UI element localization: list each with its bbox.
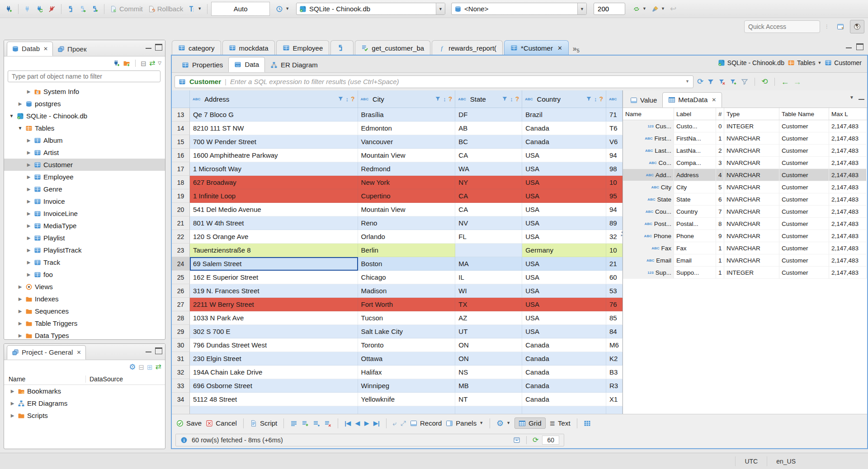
- tree-item-sequences[interactable]: ▶Sequences: [4, 305, 165, 317]
- tree-item-system-info[interactable]: ▶iSystem Info: [4, 85, 165, 98]
- expand-arrow-icon[interactable]: ▶: [26, 89, 32, 94]
- nav-back-icon[interactable]: ←: [781, 78, 789, 86]
- expand-arrow-icon[interactable]: ▶: [17, 296, 23, 301]
- tab-database-navigator[interactable]: Datab ✕: [7, 42, 53, 56]
- expand-arrow-icon[interactable]: ▶: [26, 211, 32, 216]
- nav-forward-icon[interactable]: →: [793, 78, 802, 86]
- metadata-row-city[interactable]: ABCCityCity5NVARCHARCustomer2,147,483: [623, 181, 867, 193]
- grid-cell[interactable]: Berlin: [358, 244, 456, 257]
- grid-cell[interactable]: UT: [455, 325, 522, 338]
- close-icon[interactable]: ✕: [43, 46, 48, 52]
- grid-cell[interactable]: Chicago: [358, 271, 456, 284]
- metadata-row-firstna-[interactable]: ABCFirst...FirstNa...1NVARCHARCustomer2,…: [623, 132, 867, 145]
- grid-cell[interactable]: [455, 244, 522, 257]
- sort-icon[interactable]: ↕: [346, 96, 349, 103]
- row-number[interactable]: 14: [172, 122, 190, 135]
- disconnect-button[interactable]: [47, 5, 57, 14]
- sort-icon[interactable]: ↕: [510, 96, 513, 103]
- perspective-dbeaver-button[interactable]: [850, 20, 864, 33]
- breadcrumb-connection[interactable]: SQLite - Chinook.db: [718, 59, 784, 66]
- grid-cell[interactable]: Canada: [522, 393, 606, 406]
- row-number[interactable]: 18: [172, 176, 190, 189]
- grid-cell[interactable]: CA: [455, 203, 522, 216]
- column-name[interactable]: Name: [4, 375, 85, 383]
- grid-cell[interactable]: Germany: [522, 244, 606, 257]
- metadata-row-suppo-[interactable]: 123Sup...Suppo...1INTEGERCustomer2,147,4…: [623, 267, 867, 279]
- expand-arrow-icon[interactable]: ▶: [26, 150, 32, 155]
- grid-cell[interactable]: 801 W 4th Street: [190, 216, 358, 230]
- grid-cell[interactable]: USA: [522, 298, 606, 311]
- connect-button[interactable]: [22, 5, 33, 14]
- grid-cell[interactable]: Madison: [358, 284, 456, 298]
- tree-item-sqlite-chinook-db[interactable]: ▼SQLite - Chinook.db: [4, 110, 165, 122]
- close-icon[interactable]: ✕: [76, 349, 81, 356]
- expand-arrow-icon[interactable]: ▶: [26, 272, 32, 277]
- column-header-address[interactable]: ABCAddress ↕ ?: [190, 90, 358, 108]
- grid-cell[interactable]: Boston: [358, 257, 456, 271]
- tree-item-invoiceline[interactable]: ▶InvoiceLine: [4, 207, 165, 220]
- tree-item-genre[interactable]: ▶Genre: [4, 183, 165, 195]
- meta-column-header-table-name[interactable]: Table Name: [779, 108, 829, 120]
- row-number[interactable]: 21: [172, 216, 190, 230]
- tree-item-track[interactable]: ▶Track: [4, 256, 165, 268]
- row-number[interactable]: 29: [172, 325, 190, 338]
- metadata-row-compa-[interactable]: ABCCo...Compa...3NVARCHARCustomer2,147,4…: [623, 157, 867, 169]
- grid-cell[interactable]: Vancouver: [358, 135, 456, 149]
- value-view-button[interactable]: [584, 420, 591, 427]
- column-header-state[interactable]: ABCState ↕ ?: [455, 90, 522, 108]
- rollback-button[interactable]: Rollback: [146, 4, 185, 14]
- grid-cell[interactable]: ON: [455, 352, 522, 366]
- project-item-er-diagrams[interactable]: ▶ER Diagrams: [4, 397, 165, 409]
- grid-cell[interactable]: NS: [455, 366, 522, 379]
- grid-cell[interactable]: Canada: [522, 135, 606, 149]
- metadata-row-custo-[interactable]: 123Cus...Custo...0INTEGERCustomer2,147,4…: [623, 120, 867, 132]
- expand-arrow-icon[interactable]: ▶: [17, 333, 23, 338]
- first-row-button[interactable]: |◀: [344, 420, 351, 427]
- tree-item-data-types[interactable]: ▶Data Types: [4, 329, 165, 339]
- expand-arrow-icon[interactable]: ▶: [17, 309, 23, 314]
- previous-row-button[interactable]: ◀: [355, 420, 360, 427]
- tree-item-artist[interactable]: ▶Artist: [4, 146, 165, 159]
- grid-cell[interactable]: 541 Del Medio Avenue: [190, 203, 358, 216]
- tree-item-views[interactable]: ▶Views: [4, 281, 165, 293]
- column-header-clipped[interactable]: ABC: [606, 90, 623, 108]
- connection-selector[interactable]: SQLite - Chinook.db ▼: [296, 3, 445, 15]
- edit-value-button[interactable]: [290, 420, 297, 427]
- tree-item-invoice[interactable]: ▶Invoice: [4, 195, 165, 207]
- expand-arrow-icon[interactable]: ▶: [26, 174, 32, 179]
- tree-item-postgres[interactable]: ▶postgres: [4, 98, 165, 110]
- metadata-row-phone[interactable]: ABCPhonePhone9NVARCHARCustomer2,147,483: [623, 230, 867, 242]
- grid-cell[interactable]: Canada: [522, 379, 606, 393]
- editor-tab-rewards-report-[interactable]: frewards_report(: [432, 40, 503, 55]
- grid-cell[interactable]: Cupertino: [358, 189, 456, 203]
- grid-cell[interactable]: Canada: [522, 352, 606, 366]
- expand-arrow-icon[interactable]: ▶: [9, 413, 15, 418]
- grid-cell[interactable]: Toronto: [358, 338, 456, 352]
- grid-cell[interactable]: TX: [455, 298, 522, 311]
- minimize-icon[interactable]: [146, 350, 151, 352]
- expand-arrow-icon[interactable]: ▶: [26, 223, 32, 228]
- grid-cell[interactable]: USA: [522, 216, 606, 230]
- grid-cell[interactable]: 21: [606, 257, 623, 271]
- tree-item-playlist[interactable]: ▶Playlist: [4, 232, 165, 244]
- sql-editor-button[interactable]: [65, 5, 76, 14]
- filter-history-icon[interactable]: ▼: [685, 80, 689, 84]
- subtab-properties[interactable]: Properties: [176, 58, 228, 72]
- editor-tab-get-customer-ba[interactable]: get_customer_ba: [355, 40, 430, 55]
- expand-arrow-icon[interactable]: ▶: [26, 235, 32, 240]
- grid-cell[interactable]: Canada: [522, 122, 606, 135]
- grid-cell[interactable]: USA: [522, 203, 606, 216]
- schema-selector[interactable]: <None> ▼: [451, 3, 587, 15]
- row-number[interactable]: 28: [172, 311, 190, 325]
- grid-cell[interactable]: 120 S Orange Ave: [190, 230, 358, 244]
- panels-button[interactable]: Panels▼: [446, 419, 483, 427]
- grid-cell[interactable]: 1033 N Park Ave: [190, 311, 358, 325]
- row-number[interactable]: 25: [172, 271, 190, 284]
- grid-cell[interactable]: Brasília: [358, 108, 456, 122]
- copy-row-button[interactable]: [313, 420, 320, 427]
- collapse-arrow-icon[interactable]: ▼: [17, 126, 23, 131]
- grid-cell[interactable]: USA: [522, 284, 606, 298]
- new-sql-editor-button[interactable]: [90, 5, 100, 14]
- view-menu-icon[interactable]: ▽: [158, 61, 161, 66]
- metadata-row-address[interactable]: ABCAdd...Address4NVARCHARCustomer2,147,4…: [623, 169, 867, 181]
